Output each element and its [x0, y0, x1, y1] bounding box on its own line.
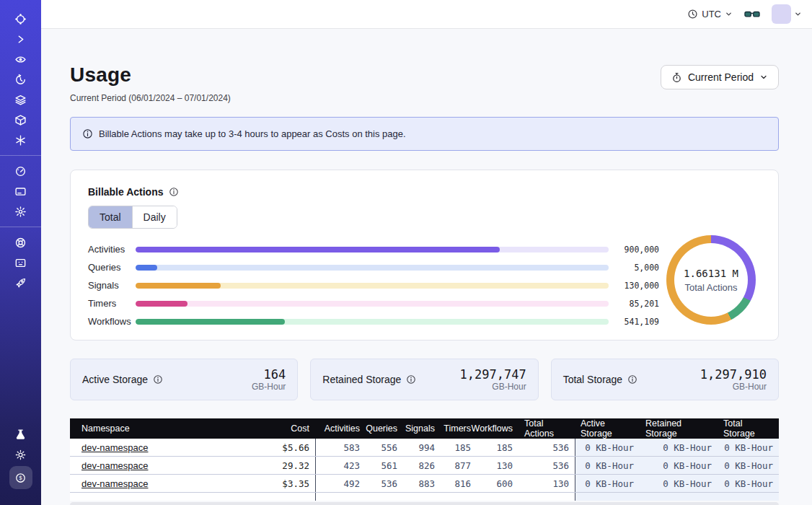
bar-track — [136, 283, 609, 289]
billable-actions-tab-group: Total Daily — [88, 206, 177, 229]
bar-label: Workflows — [88, 316, 136, 327]
horizontal-scrollbar[interactable] — [70, 502, 779, 505]
sun-icon[interactable] — [12, 446, 30, 463]
bar-value: 130,000 — [614, 281, 659, 291]
bar-row-activities: Activities 900,000 — [88, 240, 659, 258]
total-actions-cell: 130 — [518, 475, 575, 492]
queries-cell: 536 — [366, 475, 403, 492]
eye-icon[interactable] — [12, 50, 30, 68]
period-dropdown-button[interactable]: Current Period — [661, 65, 779, 89]
namespace-link[interactable]: dev-namespace — [81, 442, 149, 453]
avatar — [772, 4, 791, 24]
timezone-label: UTC — [702, 9, 721, 19]
total-storage-cell: 0 KB-Hour — [718, 457, 779, 474]
signals-cell: 994 — [403, 439, 441, 456]
retained-storage-label: Retained Storage — [322, 374, 401, 385]
tab-daily[interactable]: Daily — [132, 206, 177, 228]
account-menu[interactable] — [772, 4, 802, 24]
namespace-usage-table: Namespace Cost Activities Queries Signal… — [70, 418, 779, 505]
active-storage-cell: 0 KB-Hour — [575, 457, 640, 474]
bar-track — [136, 301, 609, 307]
page-title: Usage — [70, 63, 231, 87]
bar-label: Activities — [88, 244, 136, 255]
bar-track — [136, 247, 609, 252]
table-row: dev-namespace 29.32 423 561 826 877 130 … — [70, 457, 779, 475]
table-row: dev-namespace $5.66 583 556 994 185 185 … — [70, 439, 779, 457]
cost-cell: 29.32 — [250, 457, 315, 474]
info-icon[interactable] — [153, 374, 163, 385]
queries-cell: 561 — [366, 457, 403, 474]
timezone-selector[interactable]: UTC — [687, 9, 733, 19]
retained-storage-value: 1,297,747 — [460, 368, 526, 382]
col-header-retained-storage: Retained Storage — [640, 418, 718, 439]
chevron-down-icon — [759, 73, 768, 82]
bar-value: 5,000 — [614, 263, 659, 273]
info-banner: Billable Actions may take up to 3-4 hour… — [70, 117, 779, 151]
sidebar: $ — [0, 0, 41, 505]
queries-cell: 556 — [366, 439, 403, 456]
timers-cell: 185 — [441, 439, 477, 456]
asterisk-icon[interactable] — [12, 131, 30, 149]
signals-cell: 826 — [403, 457, 441, 474]
bar-value: 900,000 — [614, 245, 659, 255]
storage-summary-row: Active Storage 164 GB-Hour Retained Stor… — [70, 359, 779, 400]
card-icon[interactable] — [12, 183, 30, 200]
gauge-icon[interactable] — [12, 162, 30, 180]
tab-total[interactable]: Total — [89, 206, 132, 228]
active-storage-cell: 0 KB-Hour — [575, 439, 640, 456]
activities-cell: 492 — [315, 475, 366, 492]
col-header-cost: Cost — [250, 418, 315, 439]
retained-storage-card: Retained Storage 1,297,747 GB-Hour — [310, 359, 538, 400]
namespace-link[interactable]: dev-namespace — [81, 478, 149, 489]
layers-icon[interactable] — [12, 91, 30, 108]
active-storage-card: Active Storage 164 GB-Hour — [70, 359, 298, 400]
namespace-link[interactable]: dev-namespace — [81, 460, 149, 471]
bar-value: 541,109 — [614, 317, 659, 327]
retained-storage-cell: 0 KB-Hour — [640, 457, 718, 474]
expand-chevron-icon[interactable] — [12, 30, 30, 48]
signals-cell: 883 — [403, 475, 441, 492]
cube-icon[interactable] — [12, 111, 30, 128]
info-icon[interactable] — [627, 374, 637, 385]
lifebuoy-icon[interactable] — [12, 234, 30, 251]
bar-row-signals: Signals 130,000 — [88, 276, 659, 294]
retained-storage-unit: GB-Hour — [460, 382, 526, 392]
temporal-logo-icon[interactable] — [12, 10, 30, 27]
info-icon[interactable] — [169, 187, 179, 197]
period-dropdown-label: Current Period — [688, 71, 754, 83]
col-header-active-storage: Active Storage — [575, 418, 640, 439]
rocket-icon[interactable] — [12, 274, 30, 291]
bar-value: 85,201 — [614, 299, 659, 309]
bar-row-timers: Timers 85,201 — [88, 294, 659, 312]
timers-cell: 816 — [441, 475, 477, 492]
col-header-total-storage: Total Storage — [718, 418, 779, 439]
feedback-glasses-button[interactable] — [744, 9, 760, 19]
total-storage-unit: GB-Hour — [700, 382, 767, 392]
donut-sub-label: Total Actions — [685, 282, 738, 293]
terminal-icon[interactable] — [12, 254, 30, 271]
bar-row-workflows: Workflows 541,109 — [88, 312, 659, 330]
bar-track — [136, 265, 609, 271]
gear-icon[interactable] — [12, 203, 30, 220]
activities-cell: 423 — [315, 457, 366, 474]
page-subtitle: Current Period (06/01/2024 – 07/01/2024) — [70, 93, 231, 103]
flask-icon[interactable] — [12, 426, 30, 443]
retained-storage-cell: 0 KB-Hour — [640, 439, 718, 456]
table-header-row: Namespace Cost Activities Queries Signal… — [70, 418, 779, 439]
active-storage-cell: 0 KB-Hour — [575, 475, 640, 492]
active-storage-label: Active Storage — [82, 374, 148, 385]
workflows-cell: 185 — [477, 439, 518, 456]
history-icon[interactable] — [12, 71, 30, 88]
total-actions-cell: 536 — [518, 439, 575, 456]
info-icon[interactable] — [406, 374, 416, 385]
retained-storage-cell: 0 KB-Hour — [640, 475, 718, 492]
usage-dollar-icon[interactable]: $ — [9, 466, 32, 489]
col-header-signals: Signals — [403, 418, 441, 439]
sidebar-divider — [0, 155, 41, 156]
usage-page: Usage Current Period (06/01/2024 – 07/01… — [41, 29, 812, 505]
total-actions-donut: 1.66131 M Total Actions — [666, 235, 756, 325]
svg-text:$: $ — [19, 475, 22, 481]
col-header-workflows: Workflows — [477, 418, 518, 439]
cost-cell: $3.35 — [250, 475, 315, 492]
total-storage-cell: 0 KB-Hour — [718, 475, 779, 492]
